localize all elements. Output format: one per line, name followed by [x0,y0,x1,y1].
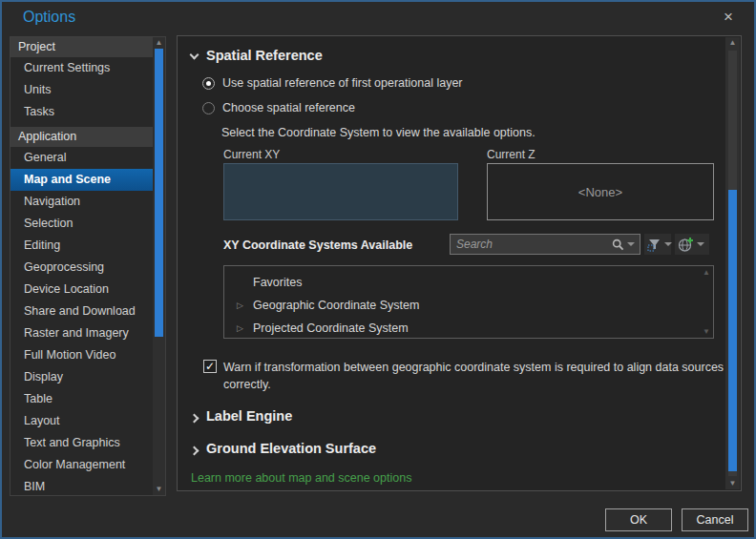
expander-icon[interactable]: ▷ [237,294,243,317]
radio-label: Choose spatial reference [222,101,355,114]
current-xy-label: Current XY [223,148,280,161]
search-dropdown-caret-icon[interactable] [627,242,635,246]
add-coordinate-system-button[interactable] [675,234,709,255]
warn-checkbox[interactable]: ✓ [203,360,217,373]
scroll-up-icon[interactable]: ▲ [153,37,165,49]
ok-button[interactable]: OK [605,508,672,531]
section-label-engine[interactable]: Label Engine [191,408,292,424]
search-input[interactable] [451,238,612,251]
warn-transformation-row: ✓ Warn if transformation between geograp… [203,359,738,393]
sidebar-item-layout[interactable]: Layout [10,410,153,432]
tree-item-label: Geographic Coordinate System [253,299,419,312]
chevron-right-icon [190,414,200,424]
filter-dropdown-caret-icon[interactable] [664,242,672,246]
section-title: Spatial Reference [206,48,323,63]
sidebar-item-display[interactable]: Display [10,366,153,388]
tree-item-favorites[interactable]: Favorites [224,271,713,294]
sidebar-item-current-settings[interactable]: Current Settings [10,57,153,79]
radio-selected-icon[interactable] [202,77,215,90]
sidebar-item-selection[interactable]: Selection [10,213,153,235]
globe-dropdown-caret-icon[interactable] [697,242,704,246]
search-box[interactable] [450,234,640,255]
current-z-box[interactable]: <None> [487,163,714,220]
tree-item-projected-coordinate-system[interactable]: ▷ Projected Coordinate System [224,317,713,340]
chevron-right-icon [190,446,200,456]
title-bar: Options × [2,2,754,34]
scroll-up-icon[interactable]: ▲ [725,37,740,49]
sidebar-item-text-and-graphics[interactable]: Text and Graphics [10,432,153,454]
xy-coordinate-systems-available-label: XY Coordinate Systems Available [223,238,412,252]
section-spatial-reference[interactable]: Spatial Reference [191,48,323,63]
sidebar-item-general[interactable]: General [10,147,153,169]
sidebar-item-map-and-scene[interactable]: Map and Scene [10,169,153,191]
options-dialog: Options × Project Current Settings Units… [0,0,756,539]
expander-icon[interactable]: ▷ [237,317,243,340]
radio-choose-spatial-reference[interactable]: Choose spatial reference [202,101,355,114]
coordinate-system-tree: Favorites ▷ Geographic Coordinate System… [223,265,714,339]
sidebar-list: Project Current Settings Units Tasks App… [10,37,153,495]
tree-item-geographic-coordinate-system[interactable]: ▷ Geographic Coordinate System [224,294,713,317]
coordinate-system-instruction: Select the Coordinate System to view the… [221,126,536,139]
current-xy-box[interactable] [223,163,458,220]
sidebar: Project Current Settings Units Tasks App… [10,36,166,496]
sidebar-item-raster-and-imagery[interactable]: Raster and Imagery [10,322,153,344]
sidebar-item-color-management[interactable]: Color Management [10,454,153,476]
section-ground-elevation-surface[interactable]: Ground Elevation Surface [191,441,376,456]
sidebar-item-full-motion-video[interactable]: Full Motion Video [10,344,153,366]
learn-more-link[interactable]: Learn more about map and scene options [191,471,411,485]
filter-button[interactable] [644,234,671,255]
sidebar-item-share-and-download[interactable]: Share and Download [10,301,153,322]
scrollbar-thumb[interactable] [728,190,737,471]
section-title: Label Engine [206,408,292,424]
tree-item-label: Projected Coordinate System [253,321,409,335]
radio-label: Use spatial reference of first operation… [222,76,463,90]
tree-item-label: Favorites [253,276,302,289]
radio-use-first-layer[interactable]: Use spatial reference of first operation… [202,76,463,90]
sidebar-item-bim[interactable]: BIM [10,476,153,495]
sidebar-scrollbar[interactable]: ▲ ▼ [153,37,165,495]
sidebar-group-project: Project [10,37,153,57]
sidebar-item-units[interactable]: Units [10,79,153,101]
sidebar-item-navigation[interactable]: Navigation [10,191,153,213]
sidebar-item-tasks[interactable]: Tasks [10,101,153,123]
scroll-down-icon[interactable]: ▼ [725,478,740,489]
chevron-down-icon [190,51,200,60]
current-z-value: <None> [578,185,622,199]
tree-scroll-down-icon[interactable]: ▼ [703,327,710,336]
main-scrollbar[interactable]: ▲ ▼ [725,37,740,489]
tree-scroll-up-icon[interactable]: ▲ [703,268,710,277]
filter-icon [647,238,662,252]
dialog-title: Options [23,9,75,26]
globe-add-icon [678,237,694,253]
scroll-down-icon[interactable]: ▼ [153,484,165,495]
cancel-button[interactable]: Cancel [682,508,748,531]
warn-checkbox-label: Warn if transformation between geographi… [223,359,735,393]
close-icon[interactable]: × [718,8,739,27]
scrollbar-thumb[interactable] [155,49,163,337]
radio-unselected-icon[interactable] [202,102,215,114]
sidebar-item-device-location[interactable]: Device Location [10,279,153,301]
current-z-label: Current Z [487,148,536,161]
search-icon[interactable] [612,238,624,251]
sidebar-item-editing[interactable]: Editing [10,235,153,257]
sidebar-group-application: Application [10,127,153,147]
section-title: Ground Elevation Surface [206,441,376,456]
options-content-panel: Spatial Reference Use spatial reference … [177,35,742,491]
sidebar-item-table[interactable]: Table [10,388,153,410]
sidebar-item-geoprocessing[interactable]: Geoprocessing [10,257,153,279]
